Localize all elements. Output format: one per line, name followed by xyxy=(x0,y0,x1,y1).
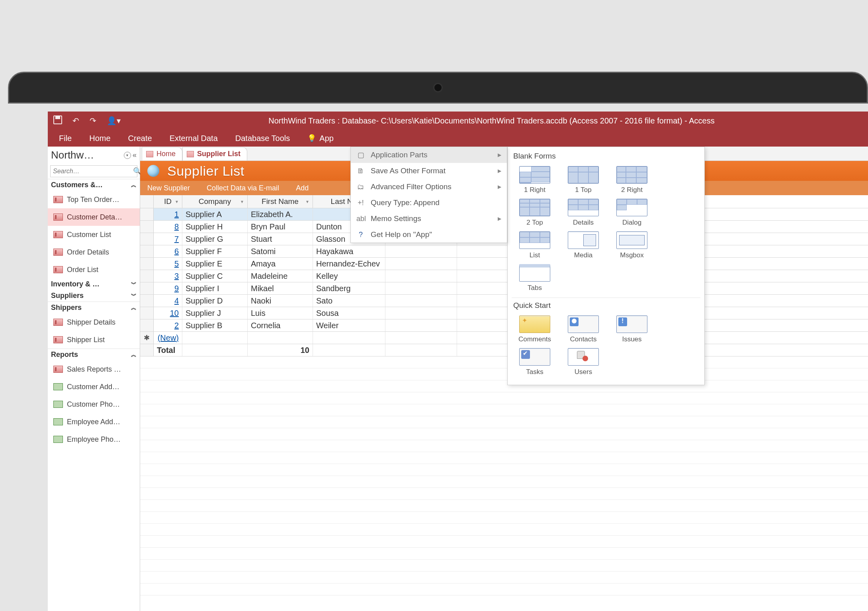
new-record-selector[interactable]: ✱ xyxy=(140,332,154,344)
tile-tasks[interactable]: Tasks xyxy=(512,347,558,378)
cell-blank[interactable] xyxy=(385,245,457,257)
cell-company[interactable]: Supplier I xyxy=(182,282,248,294)
nav-item-customer-phone[interactable]: Customer Pho… xyxy=(48,396,140,413)
cell-last-name[interactable]: Sandberg xyxy=(313,282,385,294)
add-link[interactable]: Add xyxy=(296,184,309,192)
cell-last-name[interactable]: Hernandez-Echev xyxy=(313,258,385,270)
nav-header[interactable]: Northw… ▾ « xyxy=(48,147,140,164)
nav-item-shipper-list[interactable]: Shipper List xyxy=(48,331,140,349)
row-selector[interactable] xyxy=(140,319,154,331)
cell-last-name[interactable]: Kelley xyxy=(313,270,385,282)
nav-item-top-ten-orders[interactable]: Top Ten Order… xyxy=(48,191,140,208)
menu-query-type[interactable]: +! Query Type: Append xyxy=(351,195,507,211)
cell-first-name[interactable]: Bryn Paul xyxy=(248,221,313,233)
nav-search[interactable]: 🔍 xyxy=(50,165,137,177)
col-id[interactable]: ID▼ xyxy=(154,195,182,208)
cell-company[interactable]: Supplier J xyxy=(182,307,248,319)
ribbon-tab-create[interactable]: Create xyxy=(128,134,152,143)
redo-button[interactable]: ↷ xyxy=(90,116,96,125)
nav-item-order-list[interactable]: Order List xyxy=(48,261,140,278)
tell-me-search[interactable]: 💡 App xyxy=(307,134,334,143)
table-row[interactable]: 2Supplier BCorneliaWeilernager xyxy=(140,319,868,332)
cell-blank[interactable] xyxy=(385,258,457,270)
menu-save-as-other[interactable]: 🗎 Save As Other Format ▶ xyxy=(351,163,507,179)
tile-1-right[interactable]: 1 Right xyxy=(512,164,558,196)
tile-details[interactable]: Details xyxy=(560,197,606,228)
nav-group-suppliers[interactable]: Suppliers︾ xyxy=(48,290,140,302)
cell-first-name[interactable]: Mikael xyxy=(248,282,313,294)
table-row[interactable]: 9Supplier IMikaelSandbergnager xyxy=(140,282,868,295)
id-link[interactable]: 8 xyxy=(174,222,179,231)
nav-group-inventory[interactable]: Inventory & …︾ xyxy=(48,278,140,290)
tile-list[interactable]: List xyxy=(512,230,558,261)
row-selector[interactable] xyxy=(140,208,154,220)
new-supplier-link[interactable]: New Supplier xyxy=(147,184,190,192)
ribbon-tab-dbtools[interactable]: Database Tools xyxy=(235,134,290,143)
nav-collapse[interactable]: ▾ « xyxy=(124,151,137,159)
nav-item-shipper-details[interactable]: Shipper Details xyxy=(48,313,140,331)
cell-blank[interactable] xyxy=(385,319,457,331)
cell-company[interactable]: Supplier E xyxy=(182,258,248,270)
tile-comments[interactable]: Comments xyxy=(512,314,558,345)
tile-contacts[interactable]: Contacts xyxy=(560,314,606,345)
doc-tab-home[interactable]: Home xyxy=(142,147,182,161)
nav-item-sales-reports[interactable]: Sales Reports … xyxy=(48,360,140,378)
new-record-label[interactable]: (New) xyxy=(158,333,179,343)
new-record-row[interactable]: ✱ (New) xyxy=(140,332,868,344)
cell-last-name[interactable]: Hayakawa xyxy=(313,245,385,257)
id-link[interactable]: 6 xyxy=(174,247,179,256)
supplier-datasheet[interactable]: ID▼ Company▼ First Name▼ Last Name Title… xyxy=(140,195,868,595)
cell-company[interactable]: Supplier B xyxy=(182,319,248,331)
dropdown-icon[interactable]: ▼ xyxy=(175,200,179,204)
menu-get-help[interactable]: ? Get Help on "App" xyxy=(351,227,507,243)
nav-group-header-reports[interactable]: Reports︽ xyxy=(48,349,140,360)
dropdown-icon[interactable]: ▼ xyxy=(305,200,309,204)
cell-blank[interactable] xyxy=(385,295,457,307)
cell-first-name[interactable]: Madeleine xyxy=(248,270,313,282)
col-company[interactable]: Company▼ xyxy=(182,195,248,208)
nav-group-header-customers[interactable]: Customers &… ︽ xyxy=(48,179,140,191)
tile-msgbox[interactable]: Msgbox xyxy=(609,230,655,261)
cell-first-name[interactable]: Amaya xyxy=(248,258,313,270)
cell-company[interactable]: Supplier D xyxy=(182,295,248,307)
nav-item-employee-phone[interactable]: Employee Pho… xyxy=(48,431,140,448)
table-row[interactable]: 5Supplier EAmayaHernandez-Echevnager xyxy=(140,258,868,270)
save-button[interactable] xyxy=(53,116,62,126)
menu-advanced-filter[interactable]: 🗂 Advanced Filter Options ▶ xyxy=(351,179,507,195)
doc-tab-supplier-list[interactable]: Supplier List xyxy=(182,147,247,161)
cell-company[interactable]: Supplier H xyxy=(182,221,248,233)
row-selector[interactable] xyxy=(140,258,154,270)
id-link[interactable]: 4 xyxy=(174,296,179,306)
cell-blank[interactable] xyxy=(385,270,457,282)
tile-2-top[interactable]: 2 Top xyxy=(512,197,558,228)
cell-company[interactable]: Supplier A xyxy=(182,208,248,220)
row-selector[interactable] xyxy=(140,307,154,319)
undo-button[interactable]: ↶ xyxy=(72,116,79,125)
ribbon-tab-file[interactable]: File xyxy=(59,134,72,143)
row-selector[interactable] xyxy=(140,245,154,257)
cell-blank[interactable] xyxy=(385,282,457,294)
nav-item-employee-address[interactable]: Employee Add… xyxy=(48,413,140,431)
cell-company[interactable]: Supplier F xyxy=(182,245,248,257)
row-selector[interactable] xyxy=(140,295,154,307)
user-menu[interactable]: 👤▾ xyxy=(107,116,121,125)
cell-company[interactable]: Supplier G xyxy=(182,233,248,245)
ribbon-tab-external[interactable]: External Data xyxy=(170,134,218,143)
tile-users[interactable]: Users xyxy=(560,347,606,378)
menu-memo-settings[interactable]: abl Memo Settings ▶ xyxy=(351,211,507,227)
nav-search-input[interactable] xyxy=(53,168,133,175)
row-selector[interactable] xyxy=(140,221,154,233)
cell-first-name[interactable]: Elizabeth A. xyxy=(248,208,313,220)
id-link[interactable]: 7 xyxy=(174,235,179,244)
cell-last-name[interactable]: Sousa xyxy=(313,307,385,319)
id-link[interactable]: 10 xyxy=(170,309,179,318)
menu-application-parts[interactable]: ▢ Application Parts ▶ xyxy=(351,147,507,163)
tile-tabs[interactable]: Tabs xyxy=(512,262,558,294)
cell-last-name[interactable]: Sato xyxy=(313,295,385,307)
cell-first-name[interactable]: Satomi xyxy=(248,245,313,257)
collect-data-link[interactable]: Collect Data via E-mail xyxy=(207,184,279,192)
tile-2-right[interactable]: 2 Right xyxy=(609,164,655,196)
table-row[interactable]: 6Supplier FSatomiHayakawang Assistant xyxy=(140,245,868,258)
id-link[interactable]: 2 xyxy=(174,321,179,330)
nav-item-order-details[interactable]: Order Details xyxy=(48,243,140,261)
